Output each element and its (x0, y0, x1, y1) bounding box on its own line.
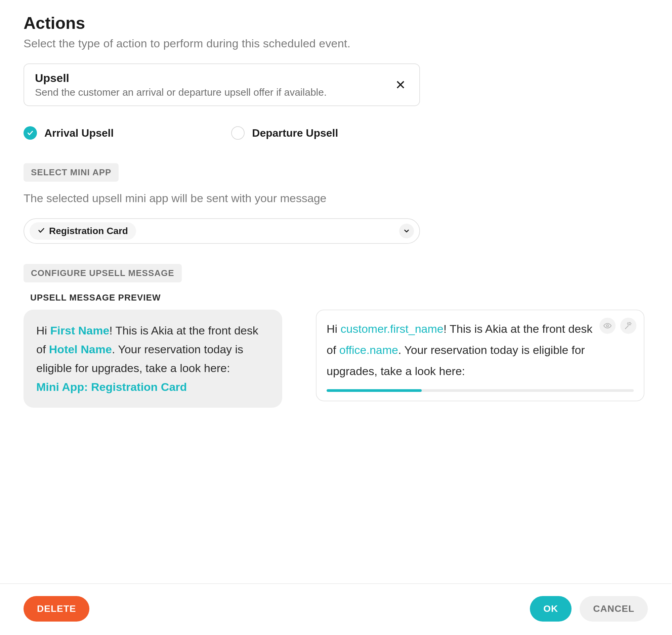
hotel-name-token: Hotel Name (49, 343, 112, 356)
footer: DELETE OK CANCEL (0, 583, 671, 635)
mini-app-selected-label: Registration Card (49, 226, 128, 236)
chevron-down-icon[interactable] (399, 224, 414, 238)
action-type-title: Upsell (35, 71, 327, 85)
radio-unchecked-icon (231, 126, 245, 140)
departure-upsell-radio[interactable]: Departure Upsell (231, 126, 338, 140)
office-name-variable[interactable]: office.name (339, 344, 398, 356)
close-icon[interactable]: ✕ (395, 79, 408, 91)
wand-icon (624, 315, 632, 336)
mini-app-selected-chip[interactable]: Registration Card (29, 222, 136, 240)
upsell-type-radio-group: Arrival Upsell Departure Upsell (23, 126, 649, 140)
upsell-preview-label: UPSELL MESSAGE PREVIEW (30, 292, 649, 303)
mini-app-link[interactable]: Mini App: Registration Card (36, 380, 187, 393)
departure-upsell-label: Departure Upsell (252, 127, 338, 139)
editor-text: Hi (327, 322, 341, 335)
select-mini-app-badge: SELECT MINI APP (23, 163, 119, 182)
editor-content[interactable]: Hi customer.first_name! This is Akia at … (327, 318, 634, 382)
configure-upsell-badge: CONFIGURE UPSELL MESSAGE (23, 264, 182, 282)
page-title: Actions (23, 14, 649, 33)
mini-app-section-description: The selected upsell mini app will be sen… (23, 192, 649, 205)
eye-icon (604, 315, 611, 336)
preview-text: Hi (36, 324, 50, 337)
ok-button[interactable]: OK (530, 596, 571, 621)
action-type-description: Send the customer an arrival or departur… (35, 87, 327, 98)
arrival-upsell-label: Arrival Upsell (44, 127, 113, 139)
mini-app-select[interactable]: Registration Card (23, 218, 420, 244)
customer-first-name-variable[interactable]: customer.first_name (341, 322, 443, 335)
delete-button[interactable]: DELETE (23, 596, 89, 621)
action-type-card[interactable]: Upsell Send the customer an arrival or d… (23, 64, 420, 106)
check-icon (38, 227, 45, 235)
first-name-token: First Name (50, 324, 109, 337)
preview-eye-button[interactable] (600, 318, 615, 334)
upsell-preview-editor[interactable]: Hi customer.first_name! This is Akia at … (316, 310, 645, 401)
svg-point-0 (607, 325, 609, 327)
preview-magic-button[interactable] (620, 318, 636, 334)
upsell-preview-rendered: Hi First Name! This is Akia at the front… (23, 310, 282, 408)
page-subtitle: Select the type of action to perform dur… (23, 37, 649, 50)
message-length-progress (327, 389, 634, 392)
check-icon (23, 126, 37, 140)
progress-fill (327, 389, 422, 392)
arrival-upsell-radio[interactable]: Arrival Upsell (23, 126, 113, 140)
cancel-button[interactable]: CANCEL (580, 596, 648, 621)
